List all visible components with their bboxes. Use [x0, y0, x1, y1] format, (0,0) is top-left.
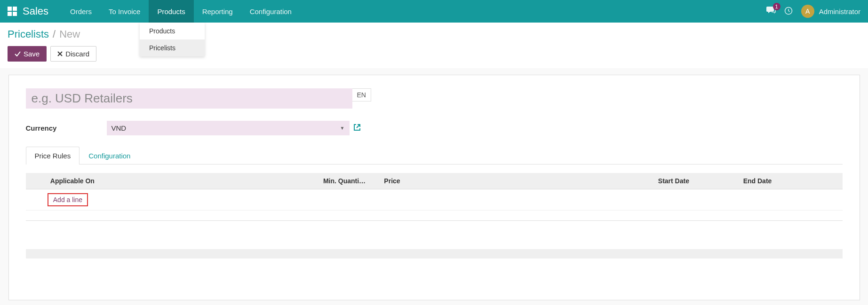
close-icon — [57, 51, 63, 56]
col-min-quantity[interactable]: Min. Quanti… — [319, 173, 379, 189]
col-applicable-on[interactable]: Applicable On — [46, 173, 319, 189]
nav-right: 1 A Administrator — [766, 5, 860, 18]
dropdown-item-pricelists[interactable]: Pricelists — [140, 39, 205, 56]
nav-item-orders[interactable]: Orders — [62, 0, 100, 23]
nav-item-products[interactable]: Products — [149, 0, 193, 23]
sub-header: Pricelists / New Save Discard — [0, 23, 868, 68]
col-price[interactable]: Price — [379, 173, 653, 189]
avatar: A — [801, 5, 814, 18]
nav-item-configuration[interactable]: Configuration — [241, 0, 300, 23]
chevron-down-icon: ▼ — [340, 125, 345, 131]
discard-button[interactable]: Discard — [50, 46, 96, 62]
form-sheet: EN Currency VND ▼ Price Rules Configurat… — [8, 75, 860, 300]
products-dropdown: Products Pricelists — [140, 23, 205, 56]
external-link-icon[interactable] — [353, 124, 361, 133]
currency-value: VND — [111, 124, 127, 132]
nav-items: Orders To Invoice Products Reporting Con… — [62, 0, 300, 23]
nav-item-to-invoice[interactable]: To Invoice — [100, 0, 149, 23]
activity-icon[interactable] — [784, 7, 793, 16]
action-buttons: Save Discard — [8, 46, 860, 62]
tab-configuration[interactable]: Configuration — [80, 147, 139, 164]
save-label: Save — [24, 50, 40, 58]
top-navbar: Sales Orders To Invoice Products Reporti… — [0, 0, 868, 23]
app-brand[interactable]: Sales — [23, 5, 48, 17]
username: Administrator — [819, 8, 860, 16]
currency-row: Currency VND ▼ — [26, 121, 843, 135]
table-row: Add a line — [26, 189, 843, 211]
discard-label: Discard — [65, 50, 89, 58]
pricelist-name-input[interactable] — [26, 88, 352, 109]
title-row: EN — [26, 88, 843, 109]
save-button[interactable]: Save — [8, 46, 47, 62]
table-footer-block — [26, 249, 843, 258]
breadcrumb-current: New — [59, 28, 80, 40]
currency-label: Currency — [26, 124, 107, 132]
sheet-wrapper: EN Currency VND ▼ Price Rules Configurat… — [0, 68, 868, 305]
col-handle — [26, 173, 46, 189]
language-tag[interactable]: EN — [352, 88, 371, 102]
col-actions — [822, 173, 842, 189]
messages-badge: 1 — [773, 3, 780, 10]
currency-select-wrap: VND ▼ — [107, 121, 361, 135]
tabs: Price Rules Configuration — [26, 147, 843, 164]
table-separator — [26, 211, 843, 221]
breadcrumb-separator: / — [53, 28, 56, 40]
tab-price-rules[interactable]: Price Rules — [26, 147, 80, 164]
add-line-button[interactable]: Add a line — [48, 193, 88, 206]
check-icon — [15, 51, 21, 57]
price-rules-table: Applicable On Min. Quanti… Price Start D… — [26, 173, 843, 258]
col-start-date[interactable]: Start Date — [653, 173, 739, 189]
user-menu[interactable]: A Administrator — [801, 5, 860, 18]
breadcrumb: Pricelists / New — [8, 28, 860, 40]
currency-select[interactable]: VND ▼ — [107, 121, 350, 135]
nav-item-reporting[interactable]: Reporting — [194, 0, 241, 23]
messages-icon[interactable]: 1 — [766, 7, 776, 16]
col-end-date[interactable]: End Date — [739, 173, 823, 189]
dropdown-item-products[interactable]: Products — [140, 23, 205, 39]
breadcrumb-parent[interactable]: Pricelists — [8, 28, 49, 40]
apps-icon[interactable] — [8, 7, 17, 16]
